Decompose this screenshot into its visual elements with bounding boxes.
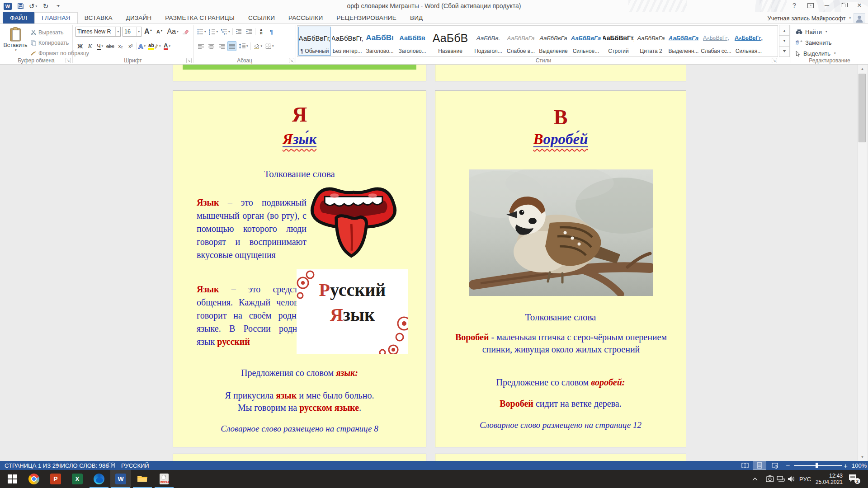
sort-button[interactable]: АЯ: [257, 27, 266, 37]
dictionary-page-yazyk[interactable]: Я Язы́к Толкование слова Язык – это подв…: [173, 90, 426, 447]
styles-more-button[interactable]: ▾: [779, 46, 790, 57]
save-button[interactable]: [16, 2, 24, 11]
page-above-right[interactable]: [435, 65, 686, 81]
align-right-button[interactable]: [217, 41, 226, 51]
multilevel-list-button[interactable]: ▾: [220, 27, 231, 37]
page1-definition-1[interactable]: Язык – это подвижный мышечный орган (во …: [197, 196, 307, 262]
text-effects-button[interactable]: А▾: [137, 41, 146, 51]
taskbar-word-button[interactable]: W: [110, 470, 131, 488]
page2-letter[interactable]: В: [435, 107, 686, 128]
tray-language-indicator[interactable]: РУС: [799, 470, 811, 488]
select-button[interactable]: Выделить▾: [796, 48, 836, 58]
replace-button[interactable]: abac Заменить: [796, 38, 831, 47]
dictionary-page-vorobey[interactable]: В Воробе́й: [435, 90, 686, 447]
styles-scroll-up-button[interactable]: ▴: [779, 25, 790, 36]
tray-network-button[interactable]: [777, 470, 785, 488]
line-spacing-button[interactable]: ▾: [238, 41, 249, 51]
paragraph-dialog-launcher[interactable]: ↘: [289, 58, 294, 63]
style-card[interactable]: АаБбВвГг,Сильная...: [732, 27, 765, 56]
page-above-left[interactable]: [173, 65, 426, 81]
undo-button[interactable]: ↺▾: [29, 2, 37, 11]
page2-definition[interactable]: Воробей - маленькая птичка с серо-чёрным…: [453, 331, 669, 356]
page1-letter[interactable]: Я: [173, 104, 426, 125]
tab-mailings[interactable]: РАССЫЛКИ: [282, 12, 330, 23]
minimize-button[interactable]: ─: [820, 0, 834, 11]
styles-dialog-launcher[interactable]: ↘: [772, 58, 777, 63]
strikethrough-button[interactable]: abc: [105, 41, 115, 51]
tray-clock[interactable]: 12:4325.04.2021: [815, 470, 843, 488]
print-layout-button[interactable]: [753, 461, 766, 470]
superscript-button[interactable]: x²: [126, 41, 135, 51]
tray-expand-button[interactable]: [752, 470, 758, 488]
style-card[interactable]: АаБбВвГаВыделенн...: [667, 27, 700, 56]
style-card[interactable]: АаБбВıЗаголово...: [363, 27, 396, 56]
page-indicator[interactable]: СТРАНИЦА 1 ИЗ 29: [5, 461, 59, 470]
page2-footer-note[interactable]: Словарное слово размещено на странице 12: [435, 420, 686, 430]
increase-indent-button[interactable]: [245, 27, 254, 37]
page2-headword[interactable]: Воробе́й: [435, 131, 686, 149]
style-card[interactable]: АаБбВв.Подзагол...: [472, 27, 505, 56]
justify-button[interactable]: [227, 41, 236, 51]
subscript-button[interactable]: x₂: [116, 41, 125, 51]
bold-button[interactable]: Ж: [75, 41, 85, 51]
numbering-button[interactable]: ▾: [208, 27, 219, 37]
clipboard-dialog-launcher[interactable]: ↘: [66, 58, 71, 63]
scroll-up-button[interactable]: ▲: [858, 65, 867, 73]
font-size-select[interactable]: 16▾: [123, 27, 142, 37]
style-card[interactable]: АаБбВНазвание: [429, 27, 472, 56]
tab-view[interactable]: ВИД: [403, 12, 429, 23]
tab-file[interactable]: ФАЙЛ: [3, 12, 34, 23]
highlight-button[interactable]: ab ▾: [147, 41, 161, 51]
help-button[interactable]: ?: [788, 0, 801, 11]
scroll-thumb[interactable]: [859, 74, 866, 142]
taskbar-explorer-button[interactable]: [132, 470, 153, 488]
page2-sentence-1[interactable]: Воробей сидит на ветке дерева.: [435, 399, 686, 409]
scroll-down-button[interactable]: ▼: [858, 453, 867, 461]
account-menu[interactable]: Учетная запись Майкрософт ▾: [767, 13, 865, 23]
page1-sentence-2[interactable]: Мы говорим на русском языке.: [173, 403, 426, 413]
read-mode-button[interactable]: [738, 461, 752, 470]
sparrow-photo[interactable]: [469, 169, 653, 296]
borders-button[interactable]: ▾: [264, 41, 275, 51]
zoom-out-button[interactable]: −: [786, 461, 790, 470]
shading-button[interactable]: ▾: [252, 41, 264, 51]
tab-insert[interactable]: ВСТАВКА: [78, 12, 119, 23]
paste-button[interactable]: Вставить ▾: [2, 26, 28, 58]
decrease-indent-button[interactable]: [234, 27, 243, 37]
find-button[interactable]: Найти▾: [796, 27, 827, 37]
style-card[interactable]: АаБбВвЗаголово...: [396, 27, 429, 56]
style-card[interactable]: АаБбВвГаСильное...: [570, 27, 602, 56]
shrink-font-button[interactable]: А▼: [156, 27, 165, 37]
zoom-level[interactable]: 100%: [852, 461, 867, 470]
page2-definition-heading[interactable]: Толкование слова: [435, 312, 686, 323]
page1-sentences-title[interactable]: Предложения со словом язык:: [173, 368, 426, 378]
taskbar-pdf24-button[interactable]: PDF24: [154, 470, 175, 488]
taskbar-edge-button[interactable]: [89, 470, 109, 488]
qat-menu-button[interactable]: ▾: [54, 2, 62, 11]
start-button[interactable]: [2, 470, 23, 488]
tab-references[interactable]: ССЫЛКИ: [241, 12, 282, 23]
page-below-right[interactable]: [435, 454, 686, 461]
taskbar-chrome-button[interactable]: [24, 470, 44, 488]
taskbar-powerpoint-button[interactable]: P: [45, 470, 66, 488]
restore-button[interactable]: [836, 0, 850, 11]
page-below-left[interactable]: [173, 454, 426, 461]
style-card[interactable]: АаБбВвГаЦитата 2: [635, 27, 667, 56]
zoom-in-button[interactable]: +: [844, 461, 848, 470]
avatar[interactable]: [854, 13, 865, 23]
page2-sentence-title[interactable]: Предложение со словом воробей:: [435, 377, 686, 388]
redo-button[interactable]: ↻: [42, 2, 50, 11]
close-button[interactable]: ×: [853, 0, 866, 11]
action-center-button[interactable]: 2: [848, 470, 857, 488]
font-name-select[interactable]: Times New R▾: [75, 27, 121, 37]
font-color-button[interactable]: А▾: [162, 41, 171, 51]
tab-layout[interactable]: РАЗМЕТКА СТРАНИЦЫ: [158, 12, 241, 23]
web-layout-button[interactable]: [768, 461, 782, 470]
style-card[interactable]: АаБбВвГаСлабое в...: [505, 27, 537, 56]
bullets-button[interactable]: ▾: [196, 27, 207, 37]
align-center-button[interactable]: [207, 41, 216, 51]
tab-home[interactable]: ГЛАВНАЯ: [34, 12, 77, 23]
pilcrow-button[interactable]: ¶: [267, 27, 276, 37]
style-card[interactable]: АаБбВвГг,Слабая сс...: [700, 27, 732, 56]
page1-headword[interactable]: Язы́к: [173, 131, 426, 149]
